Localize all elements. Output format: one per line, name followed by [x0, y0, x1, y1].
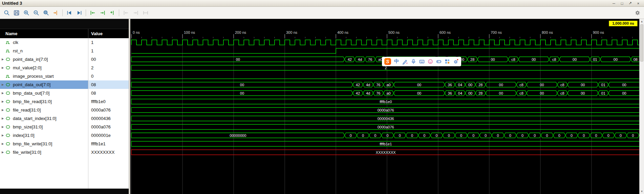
signal-value-cell[interactable]: 1 [88, 38, 129, 47]
name-column-header[interactable]: Name [0, 29, 88, 38]
signal-name-cell[interactable]: ▶index[31:0] [0, 131, 88, 140]
signal-name-cell[interactable]: image_process_start [0, 72, 88, 80]
chinese-english-toggle-icon[interactable]: 中 [393, 58, 400, 65]
signal-row[interactable]: ▶bmp_file_write[31:0]ffffb1e1 [0, 140, 129, 148]
signal-row[interactable]: ▶point_data_out[7:0]08 [0, 80, 129, 89]
settings-button[interactable] [633, 8, 642, 17]
signal-name-cell[interactable]: clk [0, 38, 88, 47]
expand-chevron-icon[interactable]: ▶ [0, 151, 5, 154]
sogou-logo[interactable]: S [384, 58, 391, 65]
go-to-start-button[interactable] [65, 8, 74, 17]
svg-text:0: 0 [583, 134, 585, 138]
vertical-scrollbar[interactable]: ▲ ▼ [639, 19, 644, 194]
signal-value-cell[interactable]: 0000a076 [88, 123, 129, 131]
signal-row[interactable]: ▶bmp_file_read[31:0]ffffb1e0 [0, 97, 129, 106]
signal-name-cell[interactable]: ▶bmp_size[31:0] [0, 123, 88, 131]
expand-chevron-icon[interactable]: ▶ [0, 58, 5, 61]
go-to-end-button[interactable] [74, 8, 84, 17]
signal-value-cell[interactable]: 00 [88, 55, 129, 64]
expand-chevron-icon[interactable]: ▶ [0, 108, 5, 112]
signal-row[interactable]: ▶file_write[31:0]XXXXXXXX [0, 148, 129, 156]
signal-row[interactable]: ▶point_data_in[7:0]00 [0, 55, 129, 64]
signal-value: 1 [91, 40, 93, 45]
signal-name-cell[interactable]: ▶point_data_in[7:0] [0, 55, 88, 64]
zoom-in-button[interactable] [22, 8, 31, 17]
signal-value-cell[interactable]: 08 [88, 89, 129, 97]
signal-row[interactable]: ▶file_read[31:0]0000a076 [0, 106, 129, 114]
expand-chevron-icon[interactable]: ▶ [0, 83, 5, 86]
signal-row[interactable]: clk1 [0, 38, 129, 47]
expand-chevron-icon[interactable]: ▶ [0, 125, 5, 128]
signal-name-cell[interactable]: ▶mul_value[2:0] [0, 64, 88, 72]
signal-row[interactable]: rst_n1 [0, 47, 129, 55]
signal-row[interactable]: ▶index[31:0]0000001e [0, 131, 129, 140]
signal-value-cell[interactable]: 1 [88, 47, 129, 55]
go-to-time-button[interactable] [51, 8, 60, 17]
signal-name-cell[interactable]: ▶bmp_data_out[7:0] [0, 89, 88, 97]
expand-chevron-icon[interactable]: ▶ [0, 100, 5, 103]
toolbox-icon[interactable] [444, 58, 450, 65]
float-button[interactable]: ↗ [626, 1, 634, 6]
scroll-down-arrow-icon[interactable]: ▼ [640, 189, 644, 194]
svg-text:ffffb1e1: ffffb1e1 [380, 142, 392, 146]
svg-text:42: 42 [356, 91, 360, 95]
signal-value-cell[interactable]: 00000436 [88, 114, 129, 123]
window-title: Untitled 3 [2, 1, 22, 6]
svg-text:04: 04 [458, 83, 462, 87]
next-transition-button[interactable] [98, 8, 107, 17]
svg-text:00: 00 [573, 57, 577, 62]
emoji-icon[interactable] [427, 58, 433, 65]
signal-row[interactable]: ▶bmp_size[31:0]0000a076 [0, 123, 129, 131]
signal-name-cell[interactable]: ▶file_write[31:0] [0, 148, 88, 156]
signal-row[interactable]: ▶bmp_data_out[7:0]08 [0, 89, 129, 97]
signal-value-cell[interactable]: 0000001e [88, 131, 129, 140]
signal-name-cell[interactable]: ▶point_data_out[7:0] [0, 80, 88, 89]
waveform-canvas[interactable]: 0 ns100 ns200 ns300 ns400 ns500 ns600 ns… [130, 19, 639, 194]
zoom-fit-button[interactable] [41, 8, 50, 17]
game-center-icon[interactable] [436, 58, 442, 65]
scroll-up-arrow-icon[interactable]: ▲ [640, 19, 644, 24]
waveform-panel: 0 ns100 ns200 ns300 ns400 ns500 ns600 ns… [130, 19, 639, 194]
signal-value-cell[interactable]: 08 [88, 80, 129, 89]
signal-name-cell[interactable]: ▶data_start_index[31:0] [0, 114, 88, 123]
close-button[interactable]: × [635, 1, 642, 6]
previous-transition-button[interactable] [88, 8, 97, 17]
handwriting-icon[interactable] [402, 58, 408, 65]
signal-value-cell[interactable]: ffffb1e0 [88, 97, 129, 106]
expand-chevron-icon[interactable]: ▶ [0, 66, 5, 69]
minimize-button[interactable]: ─ [610, 1, 618, 6]
signal-name-cell[interactable]: ▶file_read[31:0] [0, 106, 88, 114]
value-column-header[interactable]: Value [88, 29, 129, 38]
zoom-out-button[interactable] [31, 8, 41, 17]
signal-row[interactable]: ▶data_start_index[31:0]00000436 [0, 114, 129, 123]
scrollbar-thumb[interactable] [640, 24, 643, 62]
previous-transition-icon [89, 9, 96, 16]
add-marker-button[interactable] [108, 8, 117, 17]
expand-chevron-icon[interactable]: ▶ [0, 92, 5, 95]
search-button[interactable] [2, 8, 11, 17]
signal-value-cell[interactable]: XXXXXXXX [88, 148, 129, 156]
expand-chevron-icon[interactable]: ▶ [0, 117, 5, 120]
expand-chevron-icon[interactable]: ▶ [0, 134, 5, 137]
signal-value: 00 [91, 57, 96, 62]
signal-value-cell[interactable]: 2 [88, 64, 129, 72]
signal-name-cell[interactable]: ▶bmp_file_write[31:0] [0, 140, 88, 148]
signal-value-cell[interactable]: ffffb1e1 [88, 140, 129, 148]
bus-signal-icon [5, 82, 12, 88]
expand-chevron-icon[interactable]: ▶ [0, 142, 5, 145]
signal-name-cell[interactable]: rst_n [0, 47, 88, 55]
voice-input-icon[interactable] [410, 58, 416, 65]
save-button[interactable] [12, 8, 21, 17]
svg-text:36: 36 [448, 83, 452, 87]
signal-row[interactable]: ▶mul_value[2:0]2 [0, 64, 129, 72]
signal-value-cell[interactable]: 0000a076 [88, 106, 129, 114]
signal-row[interactable]: image_process_start0 [0, 72, 129, 80]
maximize-button[interactable]: □ [618, 1, 626, 6]
signal-value-cell[interactable]: 0 [88, 72, 129, 80]
svg-text:00: 00 [491, 57, 495, 62]
svg-text:0: 0 [620, 134, 622, 138]
keyboard-icon[interactable] [419, 58, 425, 65]
svg-text:0: 0 [571, 134, 573, 138]
settings-icon[interactable] [453, 58, 459, 65]
signal-name-cell[interactable]: ▶bmp_file_read[31:0] [0, 97, 88, 106]
